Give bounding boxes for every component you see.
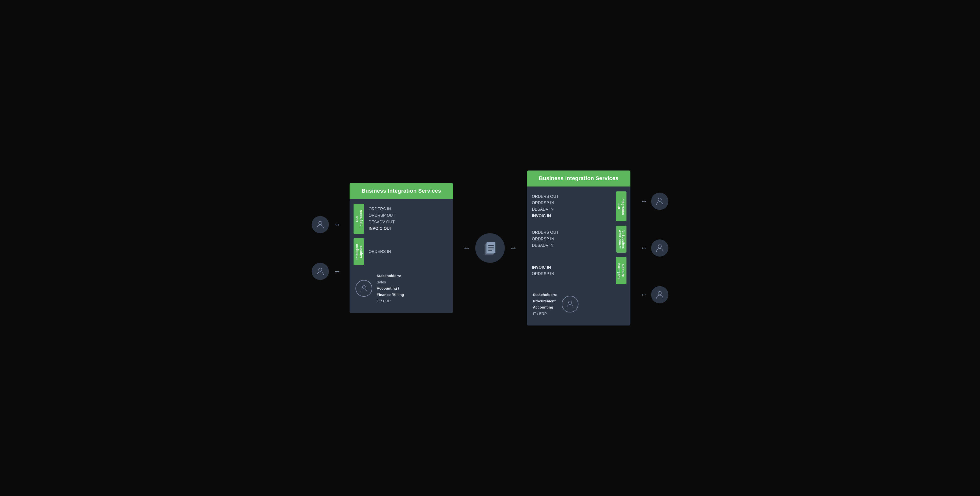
right-arrow-3: ↔ bbox=[640, 291, 646, 299]
right-actor-1-icon bbox=[651, 193, 668, 210]
left-actor-1: ↔ bbox=[312, 216, 340, 233]
right-ic-content: INVOIC IN ORDRSP IN bbox=[531, 257, 612, 284]
right-wc-tag: WebConnectfor Suppliers bbox=[616, 226, 627, 253]
left-ic-line-1: ORDERS IN bbox=[369, 249, 391, 255]
right-person-icon-1 bbox=[655, 196, 664, 206]
svg-point-13 bbox=[658, 292, 661, 295]
person-icon-2 bbox=[316, 267, 325, 276]
left-stk-sales: Sales bbox=[377, 279, 404, 285]
left-ic-content: ORDERS IN bbox=[368, 238, 392, 265]
right-edi-line-2: ORDRSP IN bbox=[532, 200, 611, 206]
right-edi-row: ORDERS OUT ORDRSP IN DESADV IN INVOIC IN… bbox=[531, 192, 627, 222]
svg-point-10 bbox=[569, 301, 572, 304]
right-actors-col: ↔ ↔ ↔ bbox=[640, 193, 668, 303]
right-stk-accounting: Accounting bbox=[533, 304, 557, 311]
left-bis-title: Business Integration Services bbox=[355, 187, 447, 195]
right-stakeholder-text: Stakeholders: Procurement Accounting IT … bbox=[533, 292, 557, 317]
right-stakeholder-person-icon bbox=[566, 300, 574, 309]
left-arrow-2: ↔ bbox=[334, 268, 340, 275]
right-arrow-2: ↔ bbox=[640, 244, 646, 252]
stakeholder-person-icon bbox=[360, 284, 368, 293]
center-right-arrow: ↔ bbox=[510, 244, 517, 252]
right-bis-header: Business Integration Services bbox=[527, 171, 630, 187]
left-bis-panel: Business Integration Services EDIIntegra… bbox=[350, 183, 453, 313]
main-container: ↔ ↔ Business Integration Services EDIInt… bbox=[293, 161, 687, 335]
right-ic-line-2: ORDRSP IN bbox=[532, 271, 611, 277]
left-bis-header: Business Integration Services bbox=[350, 183, 453, 199]
right-bis-title: Business Integration Services bbox=[533, 175, 625, 182]
svg-point-1 bbox=[318, 268, 322, 271]
left-edi-row: EDIIntegration ORDERS IN ORDRSP OUT DESA… bbox=[353, 204, 449, 234]
left-stakeholder-avatar bbox=[355, 280, 372, 297]
svg-point-12 bbox=[658, 245, 661, 248]
person-icon bbox=[316, 220, 325, 229]
left-edi-tag: EDIIntegration bbox=[353, 204, 364, 234]
right-wc-content: ORDERS OUT ORDRSP IN DESADV IN bbox=[531, 226, 613, 253]
right-actor-2-icon bbox=[651, 239, 668, 257]
right-actor-3: ↔ bbox=[640, 286, 668, 303]
right-person-icon-3 bbox=[655, 290, 664, 300]
right-wc-line-2: ORDRSP IN bbox=[532, 236, 612, 242]
svg-point-0 bbox=[318, 222, 322, 225]
left-edi-content: ORDERS IN ORDRSP OUT DESADV OUT INVOIC O… bbox=[368, 204, 396, 234]
left-edi-line-1: ORDERS IN bbox=[369, 206, 395, 212]
right-stk-label: Stakeholders: bbox=[533, 292, 557, 298]
right-stakeholder-section: Stakeholders: Procurement Accounting IT … bbox=[531, 288, 627, 320]
left-actors-col: ↔ ↔ bbox=[312, 216, 340, 280]
left-actor-2-icon bbox=[312, 263, 329, 280]
right-wc-row: ORDERS OUT ORDRSP IN DESADV IN WebConnec… bbox=[531, 226, 627, 253]
right-actor-3-icon bbox=[651, 286, 668, 303]
right-wc-line-3: DESADV IN bbox=[532, 242, 612, 249]
left-edi-line-3: DESADV OUT bbox=[369, 219, 395, 225]
center-section: ↔ ↔ bbox=[463, 233, 517, 263]
right-actor-2: ↔ bbox=[640, 239, 668, 257]
right-ic-line-1: INVOIC IN bbox=[532, 264, 611, 271]
left-ic-tag: IntelligentCapture bbox=[353, 238, 364, 265]
right-bis-panel: Business Integration Services ORDERS OUT… bbox=[527, 171, 630, 325]
document-stack-icon bbox=[483, 241, 497, 255]
left-stk-finance: Finance /Billing bbox=[377, 292, 404, 298]
right-edi-line-4: INVOIC IN bbox=[532, 213, 611, 219]
left-bis-body: EDIIntegration ORDERS IN ORDRSP OUT DESA… bbox=[350, 199, 453, 313]
left-edi-line-4: INVOIC OUT bbox=[369, 225, 395, 232]
svg-point-2 bbox=[363, 285, 366, 288]
right-edi-tag: EDIIntegration bbox=[616, 192, 627, 222]
left-stakeholder-text: Stakeholders: Sales Accounting / Finance… bbox=[377, 273, 404, 304]
right-stk-procurement: Procurement bbox=[533, 298, 557, 304]
right-edi-content: ORDERS OUT ORDRSP IN DESADV IN INVOIC IN bbox=[531, 192, 612, 222]
left-actor-2: ↔ bbox=[312, 263, 340, 280]
hub-icon-container bbox=[475, 233, 505, 263]
left-ic-row: IntelligentCapture ORDERS IN bbox=[353, 238, 449, 265]
left-stakeholder-section: Stakeholders: Sales Accounting / Finance… bbox=[353, 269, 449, 307]
right-ic-tag: IntelligentCapture bbox=[616, 257, 627, 284]
left-stk-label: Stakeholders: bbox=[377, 273, 404, 279]
center-arrows: ↔ ↔ bbox=[463, 233, 517, 263]
left-actor-1-icon bbox=[312, 216, 329, 233]
left-edi-line-2: ORDRSP OUT bbox=[369, 212, 395, 219]
right-arrow-1: ↔ bbox=[640, 197, 646, 205]
center-left-arrow: ↔ bbox=[463, 244, 470, 252]
right-stk-it: IT / ERP bbox=[533, 311, 557, 317]
left-stk-it: IT / ERP bbox=[377, 298, 404, 304]
right-stakeholder-avatar bbox=[562, 296, 578, 312]
right-wc-line-1: ORDERS OUT bbox=[532, 229, 612, 236]
svg-point-11 bbox=[658, 198, 661, 201]
right-person-icon-2 bbox=[655, 243, 664, 253]
right-bis-body: ORDERS OUT ORDRSP IN DESADV IN INVOIC IN… bbox=[527, 187, 630, 326]
left-stk-accounting: Accounting / bbox=[377, 285, 404, 292]
left-arrow-1: ↔ bbox=[334, 221, 340, 228]
right-actor-1: ↔ bbox=[640, 193, 668, 210]
right-ic-row: INVOIC IN ORDRSP IN IntelligentCapture bbox=[531, 257, 627, 284]
right-edi-line-3: DESADV IN bbox=[532, 206, 611, 212]
right-edi-line-1: ORDERS OUT bbox=[532, 193, 611, 200]
